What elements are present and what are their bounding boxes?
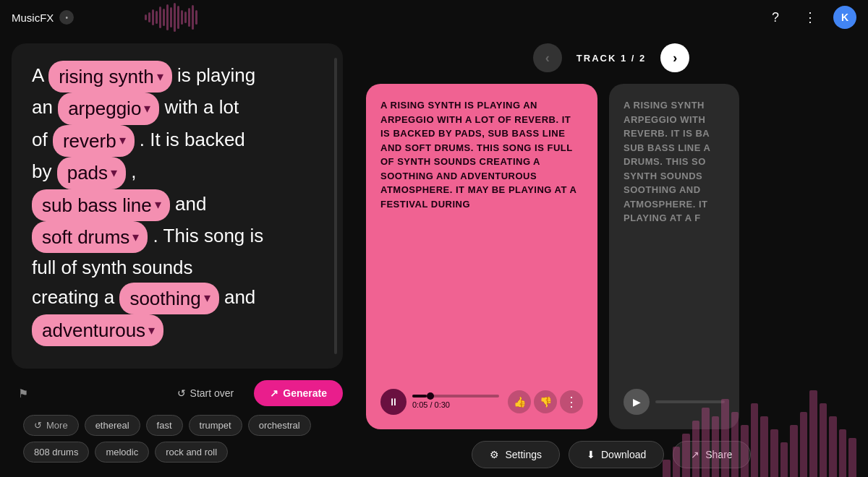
- start-over-button[interactable]: ↺ Start over: [166, 382, 246, 405]
- track-more-button[interactable]: ⋮: [560, 390, 583, 413]
- prompt-word: and: [175, 193, 206, 215]
- pause-icon: ⏸: [388, 396, 399, 408]
- more-options-button[interactable]: ⋮: [799, 6, 822, 29]
- thumbs-down-button[interactable]: 👎: [534, 390, 557, 413]
- suggestion-chip-trumpet[interactable]: trumpet: [189, 415, 242, 436]
- wave-bar: [188, 8, 190, 27]
- more-icon: ⋮: [565, 394, 578, 410]
- help-button[interactable]: ?: [764, 6, 787, 29]
- progress-dot: [427, 392, 434, 400]
- suggestion-chip-fast[interactable]: fast: [146, 415, 183, 436]
- action-buttons: ↺ Start over ↗ Generate: [166, 380, 343, 406]
- wave-bar: [731, 412, 739, 477]
- wave-bar: [770, 429, 778, 477]
- progress-fill: [412, 395, 427, 398]
- waveform-top-decoration: [145, 0, 579, 35]
- thumbs-down-icon: 👎: [540, 396, 552, 408]
- prev-track-button[interactable]: ‹: [533, 43, 562, 72]
- wave-bar: [152, 9, 154, 25]
- wave-bar: [780, 442, 788, 477]
- track-navigation: ‹ TRACK 1 / 2 ›: [366, 43, 856, 72]
- wave-bar: [156, 11, 158, 24]
- suggestion-chip-808-drums[interactable]: 808 drums: [23, 442, 89, 463]
- progress-bar[interactable]: [412, 395, 499, 398]
- wave-bar: [682, 434, 690, 477]
- track-reactions: 👍 👎 ⋮: [508, 390, 583, 413]
- download-button[interactable]: ⬇ Download: [569, 441, 664, 468]
- track-time-active: 0:05 / 0:30: [412, 400, 499, 409]
- wave-bar: [148, 12, 150, 22]
- chip-soft-drums[interactable]: soft drums ▾: [32, 221, 148, 253]
- wave-bar: [741, 425, 749, 477]
- prompt-actions: ⚑ ↺ Start over ↗ Generate: [12, 380, 343, 406]
- chip-pads[interactable]: pads ▾: [57, 157, 126, 189]
- suggestions-row: ↺ More ethereal fast trumpet orchestral …: [12, 406, 343, 468]
- thumbs-up-button[interactable]: 👍: [508, 390, 531, 413]
- wave-bar: [663, 460, 671, 477]
- right-panel: ‹ TRACK 1 / 2 › A RISING SYNTH IS PLAYIN…: [354, 35, 868, 477]
- chip-sub-bass-line[interactable]: sub bass line ▾: [32, 189, 170, 221]
- play-icon: ▶: [633, 396, 641, 408]
- generate-button[interactable]: ↗ Generate: [254, 380, 343, 406]
- left-panel: A rising synth ▾ is playing an arpeggio …: [0, 35, 354, 477]
- wave-bar: [166, 4, 169, 30]
- topbar: MusicFX • ? ⋮ K: [0, 0, 868, 35]
- pause-button[interactable]: ⏸: [380, 389, 407, 415]
- app-title: MusicFX: [12, 12, 54, 24]
- prev-icon: ‹: [545, 51, 550, 66]
- help-icon: ?: [772, 10, 779, 25]
- chip-arrow-icon: ▾: [155, 196, 161, 214]
- topbar-right: ? ⋮ K: [764, 6, 856, 29]
- app-dot[interactable]: •: [59, 10, 74, 25]
- prompt-card: A rising synth ▾ is playing an arpeggio …: [12, 43, 343, 369]
- wave-bar: [712, 416, 720, 477]
- chip-soothing[interactable]: soothing ▾: [119, 283, 218, 314]
- track-card-active: A RISING SYNTH IS PLAYING AN ARPEGGIO WI…: [366, 84, 597, 429]
- settings-button[interactable]: ⚙ Settings: [472, 441, 560, 468]
- chip-arrow-icon: ▾: [144, 100, 150, 118]
- suggestion-chip-ethereal[interactable]: ethereal: [85, 415, 140, 436]
- generate-icon: ↗: [270, 387, 278, 399]
- track-controls-active: ⏸ 0:05 / 0:30 👍 👎: [380, 389, 583, 415]
- next-track-button[interactable]: ›: [660, 43, 689, 72]
- chip-reverb[interactable]: reverb ▾: [53, 125, 135, 157]
- wave-bar: [692, 421, 700, 477]
- prompt-word: is playing: [177, 64, 255, 86]
- flag-icon: ⚑: [18, 387, 28, 400]
- next-icon: ›: [673, 51, 677, 66]
- wave-bar: [839, 429, 847, 477]
- suggestion-chip-orchestral[interactable]: orchestral: [248, 415, 311, 436]
- refresh-small-icon: ↺: [34, 420, 42, 431]
- avatar[interactable]: K: [833, 6, 856, 29]
- wave-bar: [820, 403, 827, 477]
- flag-button[interactable]: ⚑: [12, 382, 35, 405]
- main-content: A rising synth ▾ is playing an arpeggio …: [0, 35, 868, 477]
- prompt-word: and: [224, 286, 255, 308]
- prompt-text: A rising synth ▾ is playing an arpeggio …: [32, 61, 323, 346]
- play-button-inactive[interactable]: ▶: [624, 389, 650, 415]
- wave-bar: [159, 7, 161, 28]
- wave-bar: [181, 10, 183, 25]
- chip-arrow-icon: ▾: [119, 132, 126, 150]
- prompt-word: creating a: [32, 286, 119, 308]
- more-suggestions-chip[interactable]: ↺ More: [23, 415, 79, 436]
- wave-bar: [848, 438, 856, 477]
- refresh-icon: ↺: [177, 387, 186, 399]
- wave-bar: [702, 408, 710, 477]
- more-options-icon: ⋮: [804, 9, 817, 25]
- tracks-row: A RISING SYNTH IS PLAYING AN ARPEGGIO WI…: [366, 84, 856, 429]
- prompt-word: of: [32, 129, 53, 150]
- wave-bar: [163, 9, 165, 26]
- suggestion-chip-melodic[interactable]: melodic: [95, 442, 149, 463]
- thumbs-up-icon: 👍: [514, 396, 526, 408]
- chip-arrow-icon: ▾: [148, 322, 155, 340]
- wave-bar: [751, 403, 759, 477]
- chip-adventurous[interactable]: adventurous ▾: [32, 314, 163, 346]
- wave-bar: [195, 10, 197, 25]
- suggestion-chip-rock-and-roll[interactable]: rock and roll: [155, 442, 228, 463]
- wave-bar: [809, 390, 817, 477]
- waveform-bottom-right: [651, 390, 868, 477]
- chip-arpeggio[interactable]: arpeggio ▾: [58, 93, 159, 124]
- chip-rising-synth[interactable]: rising synth ▾: [48, 61, 172, 93]
- topbar-left: MusicFX •: [12, 10, 74, 25]
